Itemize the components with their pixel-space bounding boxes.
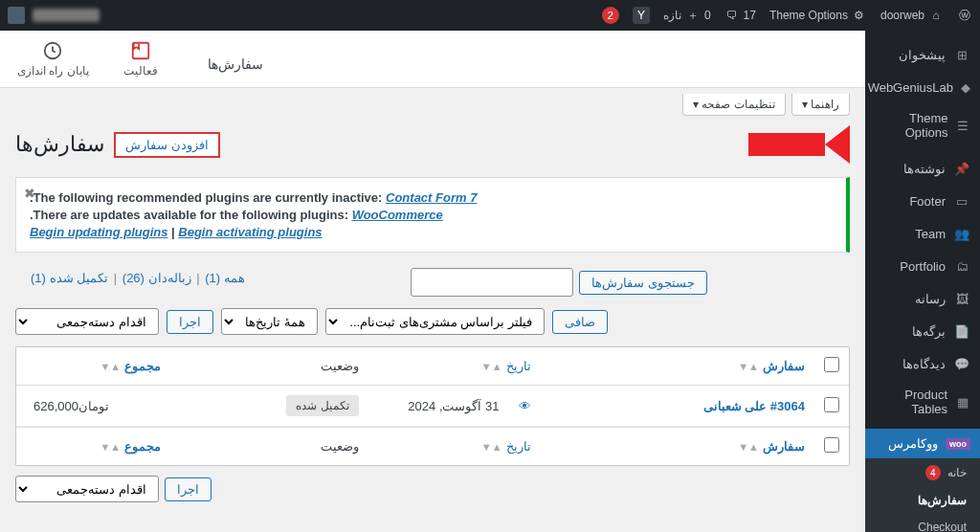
footer-icon: ▭: [953, 192, 970, 210]
admin-bar: ⓦ ⌂ doorweb ⚙ Theme Options 17 🗨 0 ＋ تاز…: [0, 0, 980, 31]
add-order-button[interactable]: افزودن سفارش: [114, 132, 220, 158]
col-status-foot: وضعیت: [170, 430, 368, 463]
sort-icon: ▲▼: [738, 441, 759, 453]
select-all-checkbox-bottom[interactable]: [824, 437, 839, 453]
setup-icon: [42, 40, 63, 61]
woo-icon: woo: [946, 438, 970, 450]
col-total[interactable]: مجموع▲▼: [16, 349, 170, 383]
sort-icon: ▲▼: [100, 361, 121, 372]
filter-trash[interactable]: زباله‌دان (26): [122, 271, 191, 285]
bulk-action-select-bottom[interactable]: اقدام دسته‌جمعی: [15, 476, 159, 502]
woo-tabbar: سفارش‌ها فعالیت پایان راه اندازی: [0, 31, 865, 88]
site-name: doorweb: [880, 9, 924, 22]
order-date: 31 آگوست, 2024: [408, 399, 499, 413]
dashboard-icon: ⊞: [953, 46, 970, 63]
order-link[interactable]: #3064 علی شعبانی: [703, 399, 805, 413]
home-icon: ⌂: [928, 8, 944, 23]
notification-badge[interactable]: 2: [602, 7, 619, 24]
wg-icon: ◆: [961, 78, 970, 96]
menu-posts[interactable]: 📌نوشته‌ها: [865, 152, 980, 185]
link-begin-updating[interactable]: Begin updating plugins: [30, 225, 167, 239]
bulk-action-select[interactable]: اقدام دسته‌جمعی: [15, 308, 159, 335]
link-contact-form-7[interactable]: Contact Form 7: [386, 190, 477, 205]
username-blurred: [33, 9, 100, 22]
filter-completed[interactable]: تکمیل شده (1): [31, 271, 108, 285]
apply-bulk-button[interactable]: اجرا: [167, 310, 213, 334]
pin-icon: 📌: [953, 160, 970, 177]
table-footer: سفارش▲▼ تاریخ▲▼ وضعیت مجموع▲▼: [16, 427, 849, 465]
wp-logo[interactable]: ⓦ: [957, 8, 972, 23]
help-tab[interactable]: راهنما ▾: [791, 94, 850, 116]
yoast-icon: Y: [633, 7, 650, 24]
tab-setup[interactable]: پایان راه اندازی: [0, 31, 106, 87]
tab-activity[interactable]: فعالیت: [106, 31, 175, 87]
date-filter-select[interactable]: همهٔ تاریخ‌ها: [221, 308, 318, 335]
site-home-link[interactable]: ⌂ doorweb: [880, 8, 944, 23]
menu-webgenius[interactable]: ◆WebGeniusLab: [865, 71, 980, 103]
status-filters: همه (1) | زباله‌دان (26) | تکمیل شده (1): [15, 271, 260, 295]
annotation-arrow: [748, 125, 850, 164]
orders-table: سفارش▲▼ تاریخ▲▼ وضعیت مجموع▲▼ #3064 علی …: [15, 346, 850, 466]
sort-icon: ▲▼: [738, 361, 759, 372]
media-icon: 🖼: [953, 290, 970, 307]
plugin-notice: ✖ .The following recommended plugins are…: [15, 177, 850, 253]
page-title: سفارش‌ها: [15, 132, 104, 157]
activity-icon: [130, 40, 151, 61]
pages-icon: 📄: [953, 322, 970, 340]
screen-options-tab[interactable]: تنظیمات صفحه ▾: [682, 94, 786, 116]
team-icon: 👥: [953, 225, 970, 242]
main-content: سفارش‌ها فعالیت پایان راه اندازی راهنما …: [0, 31, 865, 532]
menu-theme-options[interactable]: ☰Theme Options: [865, 103, 980, 147]
dismiss-notice-button[interactable]: ✖: [24, 186, 35, 201]
filter-button[interactable]: صافی: [552, 310, 608, 334]
col-date-foot[interactable]: تاریخ▲▼: [368, 430, 541, 463]
customer-filter-select[interactable]: فیلتر براساس مشتری‌های ثبت‌نام...: [325, 308, 545, 335]
portfolio-icon: 🗂: [953, 257, 970, 275]
avatar: [8, 7, 25, 24]
preview-icon[interactable]: 👁: [519, 399, 531, 413]
filter-all[interactable]: همه (1): [205, 271, 245, 285]
menu-footer[interactable]: ▭Footer: [865, 185, 980, 217]
submenu-checkout[interactable]: Checkout: [865, 514, 980, 532]
menu-portfolio[interactable]: 🗂Portfolio: [865, 250, 980, 282]
table-icon: ▦: [955, 393, 970, 410]
col-order-foot[interactable]: سفارش▲▼: [541, 430, 814, 463]
woocommerce-submenu: خانه 4 سفارش‌ها Checkout مشتریان: [865, 458, 980, 532]
new-content-link[interactable]: 0 ＋ تازه: [663, 8, 711, 23]
admin-sidebar: ⊞پیشخوان ◆WebGeniusLab ☰Theme Options 📌ن…: [865, 31, 980, 532]
col-status: وضعیت: [170, 349, 368, 383]
search-orders-input[interactable]: [411, 268, 573, 297]
search-orders-button[interactable]: جستجوی سفارش‌ها: [579, 271, 707, 295]
table-row: #3064 علی شعبانی 👁31 آگوست, 2024 تکمیل ش…: [16, 386, 849, 427]
comments-link[interactable]: 17 🗨: [724, 8, 756, 23]
status-badge: تکمیل شده: [286, 395, 358, 416]
apply-bulk-button-bottom[interactable]: اجرا: [165, 477, 212, 501]
theme-options-link[interactable]: ⚙ Theme Options: [769, 8, 867, 23]
col-total-foot[interactable]: مجموع▲▼: [16, 430, 170, 463]
comment-icon: 🗨: [724, 8, 740, 23]
link-woocommerce[interactable]: WooCommerce: [352, 208, 443, 222]
submenu-orders[interactable]: سفارش‌ها: [865, 487, 980, 514]
gear-icon: ⚙: [852, 8, 867, 23]
menu-pages[interactable]: 📄برگه‌ها: [865, 315, 980, 347]
menu-media[interactable]: 🖼رسانه: [865, 282, 980, 315]
yoast-link[interactable]: Y: [633, 7, 650, 24]
row-checkbox[interactable]: [824, 397, 839, 412]
menu-team[interactable]: 👥Team: [865, 217, 980, 250]
col-date[interactable]: تاریخ▲▼: [368, 349, 541, 383]
breadcrumb-title: سفارش‌ها: [192, 47, 278, 72]
col-order[interactable]: سفارش▲▼: [541, 349, 814, 383]
plus-icon: ＋: [685, 8, 701, 23]
submenu-home[interactable]: خانه 4: [865, 458, 980, 487]
menu-woocommerce[interactable]: wooووکامرس: [865, 429, 980, 458]
sort-icon: ▲▼: [481, 361, 502, 372]
order-total: تومان626,000: [16, 389, 170, 423]
sort-icon: ▲▼: [481, 441, 502, 453]
menu-dashboard[interactable]: ⊞پیشخوان: [865, 38, 980, 71]
link-begin-activating[interactable]: Begin activating plugins: [178, 225, 322, 239]
menu-comments[interactable]: 💬دیدگاه‌ها: [865, 347, 980, 380]
menu-product-tables[interactable]: ▦Product Tables: [865, 380, 980, 424]
select-all-checkbox[interactable]: [824, 357, 839, 372]
user-account[interactable]: [8, 7, 100, 24]
svg-rect-0: [132, 43, 148, 59]
